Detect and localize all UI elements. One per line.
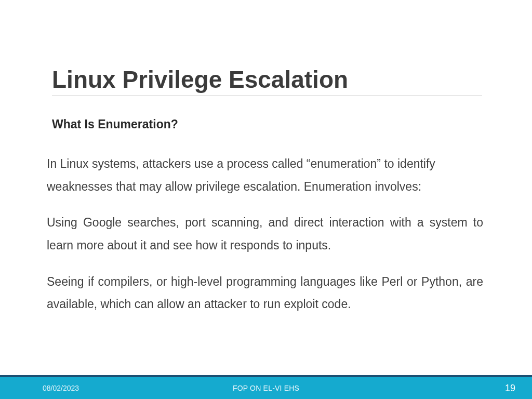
slide-footer: 08/02/2023 FOP ON EL-VI EHS 19 bbox=[0, 377, 532, 399]
footer-center-text: FOP ON EL-VI EHS bbox=[233, 384, 299, 392]
body-paragraph: Using Google searches, port scanning, an… bbox=[47, 211, 483, 257]
slide: Linux Privilege Escalation What Is Enume… bbox=[0, 0, 532, 399]
body-paragraph: Seeing if compilers, or high-level progr… bbox=[47, 271, 483, 316]
body-paragraph: In Linux systems, attackers use a proces… bbox=[47, 153, 483, 198]
footer-page-number: 19 bbox=[505, 383, 515, 394]
slide-body: In Linux systems, attackers use a proces… bbox=[47, 153, 483, 329]
footer-date: 08/02/2023 bbox=[43, 384, 79, 392]
slide-subheading: What Is Enumeration? bbox=[52, 117, 178, 131]
slide-title: Linux Privilege Escalation bbox=[52, 65, 348, 94]
title-divider bbox=[52, 96, 482, 96]
